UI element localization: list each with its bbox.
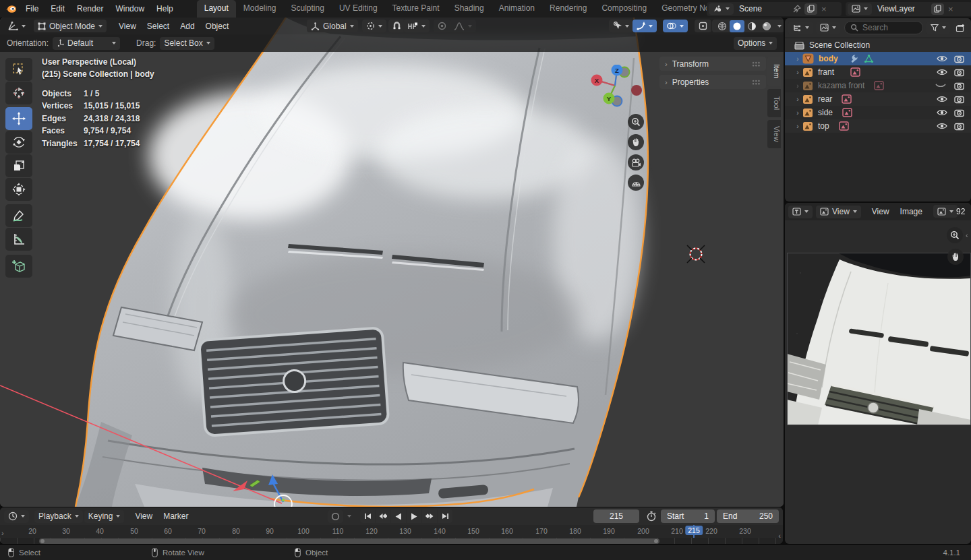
toggle-ortho-button[interactable] [628,175,644,191]
tool-transform[interactable] [5,178,32,201]
image-data-icon[interactable] [842,108,852,117]
tab-shading[interactable]: Shading [447,0,492,18]
gizmo-axis-x[interactable]: X [591,75,603,86]
tool-select-box[interactable] [5,58,32,81]
sidebar-tab-tool[interactable]: Tool [767,89,781,117]
viewport-menu-select[interactable]: Select [142,22,175,31]
outliner-row-rear[interactable]: › rear [785,92,971,106]
outliner-row-kazama-front[interactable]: › kazama front [785,79,971,92]
eye-closed-icon[interactable] [935,82,946,89]
outliner-row-frant[interactable]: › frant [785,65,971,79]
expand-icon[interactable]: › [793,123,802,130]
image-data-icon[interactable] [839,121,849,131]
disable-render-camera-icon[interactable] [954,68,964,77]
show-gizmo-toggle[interactable] [632,20,657,32]
viewport-menu-view[interactable]: View [113,22,142,31]
jump-to-start-button[interactable] [360,509,375,523]
scene-browse-button[interactable] [709,3,734,15]
viewlayer-browse-button[interactable] [848,3,872,15]
playback-dropdown[interactable]: Playback [34,510,83,523]
image-data-icon[interactable] [874,81,884,90]
timeline-collapse-arrow[interactable]: ‹ [778,532,781,540]
disable-render-camera-icon[interactable] [954,122,964,131]
play-button[interactable] [407,509,421,523]
panel-transform[interactable]: ›Transform [659,57,766,71]
keying-dropdown[interactable]: Keying [84,510,125,523]
panel-drag-dots[interactable] [752,80,761,85]
tab-compositing[interactable]: Compositing [594,0,654,18]
tool-move[interactable] [5,107,32,130]
blender-logo-icon[interactable] [5,4,17,13]
image-mode-dropdown[interactable]: View [816,206,861,218]
new-collection-button[interactable] [953,22,968,34]
outliner-row-body[interactable]: › body [785,52,971,65]
disable-render-camera-icon[interactable] [954,82,964,90]
sidebar-tab-view[interactable]: View [767,120,781,148]
tab-uv-editing[interactable]: UV Editing [332,0,385,18]
playhead-frame-badge[interactable]: 215 [685,526,703,535]
drag-mode-dropdown[interactable]: Select Box [160,37,214,50]
current-frame-field[interactable]: 215 [593,509,639,523]
tool-cursor[interactable] [5,82,32,104]
tab-rendering[interactable]: Rendering [542,0,594,18]
editor-type-button[interactable] [4,20,30,32]
outliner-search-input[interactable]: Search [844,21,923,34]
xray-toggle[interactable] [695,20,711,32]
proportional-falloff-dropdown[interactable] [450,20,476,32]
viewport-menu-object[interactable]: Object [200,22,235,31]
viewlayer-name[interactable]: ViewLayer [872,4,931,13]
modifier-wrench-icon[interactable] [849,54,858,63]
tool-annotate[interactable] [5,204,32,227]
hide-eye-icon[interactable] [937,68,947,76]
zoom-view-button[interactable] [628,114,644,130]
tool-rotate[interactable] [5,131,32,154]
outliner-filter-id-dropdown[interactable] [816,22,840,34]
expand-icon[interactable]: › [793,55,802,63]
pan-view-button[interactable] [628,134,644,150]
tab-animation[interactable]: Animation [492,0,542,18]
timeline-scrollbar[interactable] [39,538,659,544]
image-data-icon[interactable] [842,94,852,104]
timeline-menu-marker[interactable]: Marker [158,511,194,521]
panel-drag-dots[interactable] [752,61,761,67]
shading-wireframe-button[interactable] [715,22,730,31]
hide-eye-icon[interactable] [937,122,947,130]
tab-sculpting[interactable]: Sculpting [284,0,332,18]
proportional-edit-toggle[interactable] [434,20,450,32]
shading-rendered-button[interactable] [759,22,774,31]
navigation-gizmo[interactable]: Z X Y [581,65,646,108]
pin-icon[interactable] [793,5,801,13]
frame-start-field[interactable]: Start1 [661,509,715,523]
menu-help[interactable]: Help [150,0,179,18]
expand-icon[interactable]: › [793,96,802,103]
new-viewlayer-button[interactable] [931,3,944,15]
gizmo-axis-z[interactable]: Z [612,65,623,76]
expand-icon[interactable]: › [793,82,802,90]
shading-material-button[interactable] [744,22,759,31]
camera-view-button[interactable] [628,154,644,170]
unlink-scene-icon[interactable]: × [821,4,827,14]
outliner-row-scene-collection[interactable]: Scene Collection [785,38,971,52]
tool-orientation-dropdown[interactable]: Default [53,37,120,50]
expand-icon[interactable]: › [793,69,802,76]
viewport-menu-add[interactable]: Add [175,22,200,31]
tool-scale[interactable] [5,154,32,177]
options-dropdown[interactable]: Options [734,37,777,50]
menu-render[interactable]: Render [71,0,109,18]
use-preview-range-icon[interactable] [646,511,657,522]
mesh-data-icon[interactable] [864,54,874,63]
timeline-ruler[interactable]: 20 30 40 50 60 70 80 90 100 110 120 130 … [0,525,783,538]
menu-file[interactable]: File [20,0,45,18]
image-datablock-dropdown[interactable] [933,205,958,218]
mode-dropdown[interactable]: Object Mode [34,20,107,32]
disable-render-camera-icon[interactable] [954,108,964,117]
menu-window[interactable]: Window [109,0,150,18]
transform-orientation-dropdown[interactable]: Global [307,20,358,32]
outliner-filter-dropdown[interactable] [926,22,950,34]
reference-image-photo[interactable] [787,253,971,425]
tab-modeling[interactable]: Modeling [236,0,284,18]
tool-measure[interactable] [5,228,32,251]
gizmo-axis-y[interactable]: Y [604,93,615,104]
tab-layout[interactable]: Layout [197,0,236,18]
panel-properties[interactable]: ›Properties [659,75,766,89]
